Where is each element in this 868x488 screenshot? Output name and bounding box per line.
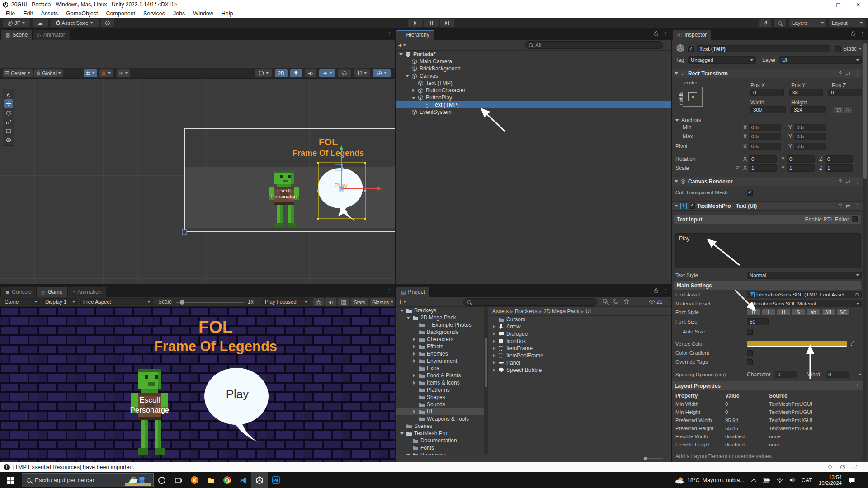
project-folder[interactable]: 2D Mega Pack bbox=[396, 314, 484, 321]
scene-speech-bubble[interactable] bbox=[316, 167, 366, 221]
scene-lighting-icon[interactable] bbox=[290, 69, 302, 77]
project-file-item[interactable]: ItemPoolFrame bbox=[489, 352, 671, 359]
breadcrumb-item[interactable]: 2D Mega Pack bbox=[543, 308, 579, 314]
menu-file[interactable]: File bbox=[2, 9, 19, 18]
expander-icon[interactable] bbox=[411, 89, 416, 92]
thumbnail-size-slider[interactable] bbox=[643, 458, 663, 459]
main-settings-section[interactable]: Main Settings bbox=[674, 281, 861, 290]
cull-transparent-mesh-checkbox[interactable] bbox=[747, 190, 753, 196]
create-object-button[interactable]: + bbox=[398, 42, 406, 49]
blueprint-mode-button[interactable] bbox=[834, 106, 844, 113]
expander-icon[interactable] bbox=[491, 332, 496, 336]
bell-icon[interactable] bbox=[853, 465, 858, 470]
project-folder[interactable]: Environment bbox=[396, 357, 484, 365]
anchor-min-x-field[interactable]: 0.5 bbox=[749, 124, 781, 131]
tab-inspector[interactable]: ⓘInspector bbox=[673, 30, 711, 40]
rotate-tool[interactable] bbox=[4, 108, 13, 117]
project-folder[interactable]: -- Example Photos -- bbox=[396, 321, 484, 328]
expander-icon[interactable] bbox=[491, 325, 496, 328]
language-indicator[interactable]: CAT bbox=[802, 477, 812, 483]
auto-size-checkbox[interactable] bbox=[747, 329, 753, 335]
snap-increment-icon[interactable] bbox=[99, 69, 113, 77]
game-speech-bubble[interactable] bbox=[201, 366, 274, 443]
auto-lighting-icon[interactable] bbox=[827, 465, 833, 470]
menu-gameobject[interactable]: GameObject bbox=[62, 9, 102, 18]
scene-gizmos-dropdown[interactable] bbox=[373, 69, 391, 77]
tool-handle-rotation-dropdown[interactable]: Global bbox=[34, 69, 63, 77]
font-style-ab-button[interactable]: AB bbox=[821, 309, 835, 316]
project-file-item[interactable]: Cursors bbox=[489, 316, 671, 323]
expander-icon[interactable] bbox=[491, 347, 496, 350]
expander-icon[interactable] bbox=[398, 53, 403, 56]
search-by-type-icon[interactable] bbox=[603, 299, 609, 306]
breadcrumb-item[interactable]: Assets bbox=[492, 308, 509, 314]
aspect-dropdown[interactable]: Free Aspect bbox=[80, 298, 153, 305]
raw-edit-button[interactable]: R bbox=[844, 106, 853, 113]
notification-center-icon[interactable] bbox=[848, 477, 855, 483]
layers-dropdown[interactable]: Layers bbox=[789, 19, 826, 27]
menu-services[interactable]: Services bbox=[139, 9, 169, 18]
expander-icon[interactable] bbox=[412, 374, 417, 377]
font-style-sc-button[interactable]: SC bbox=[836, 309, 850, 316]
volume-icon[interactable] bbox=[789, 478, 795, 483]
vscode-taskbar-button[interactable] bbox=[235, 472, 251, 488]
project-folder[interactable]: Platforms bbox=[396, 386, 484, 394]
weather-widget[interactable]: 18°C Mayorm. nubla... bbox=[675, 477, 745, 484]
lock-icon[interactable] bbox=[654, 31, 658, 37]
pos-z-field[interactable]: 0 bbox=[828, 89, 862, 96]
display-dropdown[interactable]: Display 1 bbox=[42, 298, 78, 305]
step-button[interactable] bbox=[440, 19, 454, 27]
scene-viewport[interactable]: FOL Frame Of Legends EscullPersonatge Pl… bbox=[0, 79, 396, 313]
project-folder[interactable]: Backgrounds bbox=[396, 328, 484, 336]
component-menu-icon[interactable]: ⋮ bbox=[854, 178, 860, 185]
hierarchy-item[interactable]: Portada* bbox=[396, 51, 671, 58]
project-folder[interactable]: Extra bbox=[396, 365, 484, 372]
layout-properties-header[interactable]: Layout Properties ⋮ bbox=[672, 381, 863, 390]
undo-history-button[interactable]: ↺ bbox=[760, 19, 771, 27]
project-search-input[interactable] bbox=[463, 298, 597, 306]
stats-button[interactable]: Stats bbox=[351, 298, 368, 306]
project-folder[interactable]: Scenes bbox=[396, 422, 484, 430]
battery-icon[interactable] bbox=[763, 478, 770, 483]
tool-handle-pivot-dropdown[interactable]: Center bbox=[3, 69, 33, 77]
menu-edit[interactable]: Edit bbox=[19, 9, 37, 18]
expander-icon[interactable] bbox=[491, 368, 496, 372]
menu-component[interactable]: Component bbox=[102, 9, 139, 18]
start-button[interactable] bbox=[0, 472, 22, 488]
pause-button[interactable] bbox=[424, 19, 439, 27]
game-menu-icon[interactable]: ⋮ bbox=[387, 288, 392, 294]
mode-2d-button[interactable]: 2D bbox=[275, 69, 288, 77]
expander-icon[interactable] bbox=[399, 310, 404, 312]
progress-icon[interactable] bbox=[840, 465, 845, 470]
scale-link-icon[interactable] bbox=[735, 165, 741, 171]
font-asset-field[interactable]: F LiberationSans SDF (TMP_Font Asset ⊙ bbox=[747, 291, 862, 298]
text-input-area[interactable]: Play bbox=[675, 233, 861, 268]
project-folder[interactable]: Items & Icons bbox=[396, 379, 484, 386]
anchor-max-x-field[interactable]: 0.5 bbox=[749, 133, 781, 140]
create-asset-button[interactable]: + bbox=[398, 298, 406, 305]
layout-menu-icon[interactable]: ⋮ bbox=[854, 383, 860, 389]
tab-game[interactable]: ◎Game bbox=[37, 287, 67, 297]
project-folder[interactable]: Resources bbox=[396, 451, 484, 455]
minimize-button[interactable]: — bbox=[808, 0, 828, 9]
project-folder[interactable]: Shapes bbox=[396, 394, 484, 401]
expander-icon[interactable] bbox=[412, 410, 417, 413]
anchor-max-y-field[interactable]: 0.5 bbox=[794, 133, 826, 140]
move-tool[interactable] bbox=[4, 99, 13, 108]
game-target-dropdown[interactable]: Game bbox=[2, 298, 40, 305]
expander-icon[interactable] bbox=[412, 345, 417, 348]
layer-dropdown[interactable]: UI bbox=[779, 56, 862, 64]
menu-window[interactable]: Window bbox=[189, 9, 217, 18]
active-checkbox[interactable] bbox=[688, 46, 694, 52]
hierarchy-item[interactable]: Main Camera bbox=[396, 58, 671, 65]
unity-taskbar-button[interactable] bbox=[251, 472, 268, 488]
taskbar-clock[interactable]: 13:5419/2/2024 bbox=[819, 474, 842, 486]
tab-hierarchy[interactable]: ≡Hierarchy bbox=[396, 30, 434, 40]
tmp-header[interactable]: T TextMeshPro - Text (UI) ?⇄⋮ bbox=[672, 201, 863, 211]
font-size-field[interactable]: 50 bbox=[747, 318, 769, 325]
inspector-scrollbar[interactable] bbox=[863, 43, 867, 179]
menu-assets[interactable]: Assets bbox=[37, 9, 62, 18]
account-button[interactable]: JF bbox=[3, 19, 30, 27]
layout-dropdown[interactable]: Layout bbox=[829, 19, 865, 27]
override-tags-checkbox[interactable] bbox=[747, 359, 753, 365]
